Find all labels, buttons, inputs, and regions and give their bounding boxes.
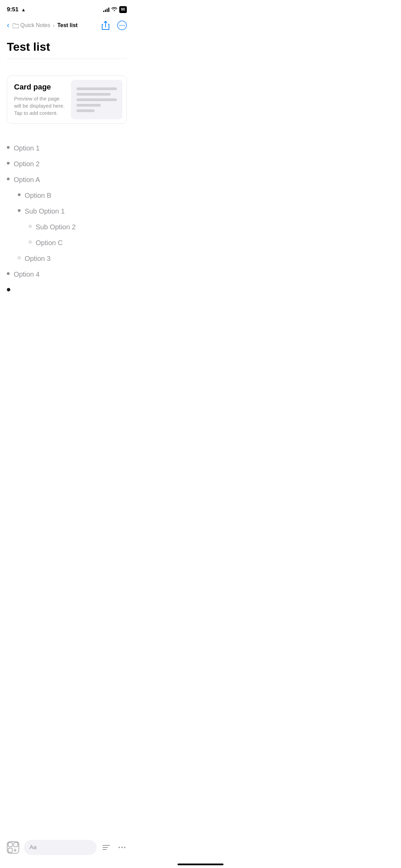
status-right: 90 <box>103 6 127 13</box>
thumb-line-1 <box>76 87 117 90</box>
card[interactable]: Card page Preview of the page will be di… <box>7 75 127 124</box>
card-text-area: Card page Preview of the page will be di… <box>7 76 71 123</box>
svg-point-1 <box>120 25 121 26</box>
empty-list-item <box>0 282 134 295</box>
nav-left: ‹ Quick Notes › Test list <box>5 20 77 31</box>
list-item: Option 3 <box>0 251 134 266</box>
back-chevron-icon: ‹ <box>7 21 9 30</box>
list-item-text: Option 4 <box>14 270 40 279</box>
list-item-text: Option 2 <box>14 159 40 168</box>
spacer-2 <box>0 132 134 137</box>
list-item: Sub Option 2 <box>0 219 134 235</box>
list-item-text: Option A <box>14 175 40 184</box>
list-item: Option 1 <box>0 140 134 156</box>
bullet-icon <box>18 209 21 212</box>
status-left: 9:51 ▲ <box>7 6 26 13</box>
svg-point-3 <box>124 25 125 26</box>
list-item-text: Sub Option 2 <box>36 222 76 231</box>
signal-bar-3 <box>107 9 108 12</box>
bullet-icon <box>7 272 10 275</box>
svg-point-2 <box>122 25 123 26</box>
signal-bar-1 <box>103 11 104 12</box>
page-title: Test list <box>7 40 127 53</box>
nav-bar: ‹ Quick Notes › Test list <box>0 17 134 35</box>
breadcrumb-chevron-icon: › <box>53 23 54 28</box>
more-options-icon <box>117 21 127 30</box>
share-icon <box>102 21 109 30</box>
list-item-text: Option 3 <box>25 254 51 263</box>
list-item: Option A <box>0 172 134 188</box>
bullet-icon <box>7 146 10 149</box>
spacer <box>0 62 134 70</box>
empty-bullet-icon <box>7 288 10 291</box>
bullet-icon <box>18 193 21 196</box>
list-item: Option 4 <box>0 266 134 282</box>
list-section: Option 1 Option 2 Option A Option B Sub … <box>0 137 134 303</box>
bullet-outline-icon <box>18 256 21 259</box>
bullet-outline-icon <box>29 225 32 228</box>
bottom-spacer <box>0 303 134 330</box>
list-item-text: Option C <box>36 238 63 247</box>
bullet-icon <box>7 178 10 180</box>
signal-bars <box>103 7 109 12</box>
breadcrumb-folder-name: Quick Notes <box>20 22 50 28</box>
card-title: Card page <box>14 83 65 92</box>
more-options-button[interactable] <box>116 19 128 32</box>
share-button[interactable] <box>99 19 112 32</box>
breadcrumb-current-page: Test list <box>57 22 77 28</box>
list-item-text: Option B <box>25 191 51 200</box>
breadcrumb-folder[interactable]: Quick Notes <box>13 22 50 28</box>
status-bar: 9:51 ▲ 90 <box>0 0 134 17</box>
back-button[interactable]: ‹ <box>5 20 11 31</box>
battery-indicator: 90 <box>119 6 127 13</box>
wifi-icon <box>111 7 117 12</box>
signal-bar-4 <box>108 8 109 12</box>
status-time: 9:51 <box>7 6 19 13</box>
list-item-text: Option 1 <box>14 144 40 153</box>
bullet-icon <box>7 162 10 165</box>
divider <box>7 59 127 59</box>
thumb-line-5 <box>76 109 95 112</box>
list-item: Option C <box>0 235 134 251</box>
card-section: Card page Preview of the page will be di… <box>0 70 134 132</box>
bullet-outline-icon <box>29 241 32 243</box>
list-item: Option B <box>0 188 134 203</box>
card-preview-text: Preview of the page will be displayed he… <box>14 95 65 117</box>
thumb-line-4 <box>76 104 101 107</box>
card-thumbnail <box>71 80 122 119</box>
list-item: Sub Option 1 <box>0 203 134 219</box>
thumb-line-3 <box>76 98 117 101</box>
folder-icon <box>13 23 19 28</box>
signal-bar-2 <box>105 10 106 12</box>
nav-right <box>99 19 128 32</box>
list-item: Option 2 <box>0 156 134 172</box>
person-icon: ▲ <box>21 7 26 12</box>
page-title-section: Test list <box>0 35 134 56</box>
thumb-line-2 <box>76 93 111 96</box>
list-item-text: Sub Option 1 <box>25 207 65 216</box>
